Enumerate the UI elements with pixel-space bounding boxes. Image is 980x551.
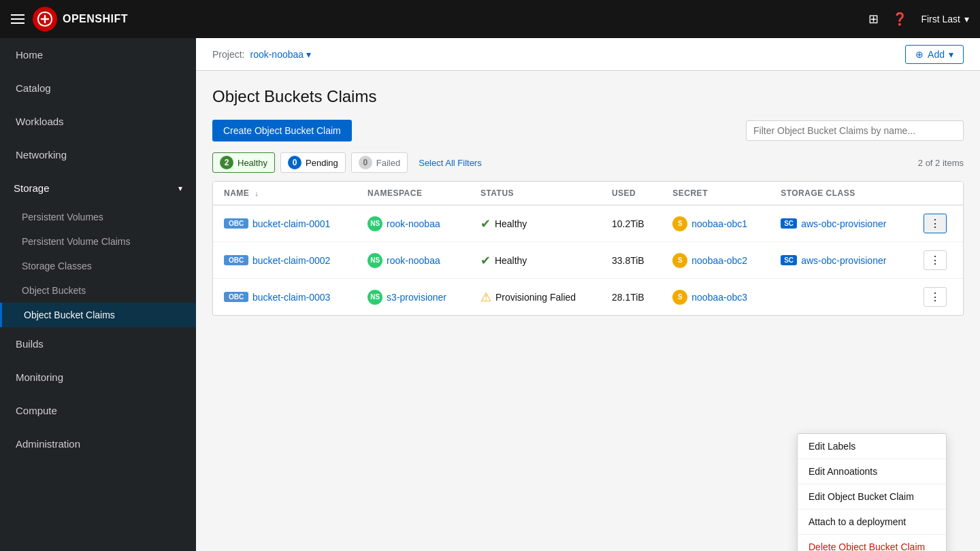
namespace-link[interactable]: s3-provisioner [387, 292, 446, 303]
sidebar-item-compute[interactable]: Compute [0, 394, 196, 427]
kebab-button[interactable]: ⋮ [924, 287, 947, 307]
toolbar-row: Create Object Bucket Claim [212, 120, 964, 141]
sidebar-item-storage-classes[interactable]: Storage Classes [0, 254, 196, 278]
pending-label: Pending [306, 158, 338, 168]
secret-link[interactable]: noobaa-obc1 [691, 218, 747, 229]
table-row: OBC bucket-claim-0003 NS s3-provisioner … [213, 279, 963, 316]
main-content: Project: rook-noobaa ▾ ⊕ Add ▾ Object Bu… [196, 38, 980, 551]
cell-name: OBC bucket-claim-0003 [213, 279, 357, 316]
cell-status: ✔ Healthy [470, 242, 601, 279]
chevron-down-icon: ▾ [178, 184, 182, 193]
sidebar-item-home[interactable]: Home [0, 38, 196, 71]
namespace-link[interactable]: rook-noobaa [387, 218, 440, 229]
menu-edit-labels[interactable]: Edit Labels [798, 434, 946, 459]
ns-badge: NS [368, 290, 382, 305]
grid-icon[interactable]: ⊞ [868, 12, 879, 27]
sidebar-item-persistent-volumes[interactable]: Persistent Volumes [0, 205, 196, 229]
kebab-button[interactable]: ⋮ [924, 250, 947, 270]
sidebar-item-label: Home [16, 49, 43, 61]
cell-storage-class [770, 279, 913, 316]
filter-input[interactable] [746, 120, 964, 141]
cell-name: OBC bucket-claim-0002 [213, 242, 357, 279]
menu-edit-annotations[interactable]: Edit Annoationts [798, 459, 946, 484]
healthy-filter-chip[interactable]: 2 Healthy [212, 152, 275, 173]
menu-edit-obc[interactable]: Edit Object Bucket Claim [798, 484, 946, 510]
sidebar-item-administration[interactable]: Administration [0, 427, 196, 461]
pending-filter-chip[interactable]: 0 Pending [280, 152, 346, 173]
user-name: First Last [921, 14, 960, 24]
healthy-count: 2 [220, 156, 233, 169]
kebab-button[interactable]: ⋮ [924, 214, 947, 233]
hamburger-menu[interactable] [11, 14, 24, 24]
project-selector: Project: rook-noobaa ▾ [212, 49, 311, 60]
menu-attach-deployment[interactable]: Attach to a deployment [798, 510, 946, 535]
menu-delete-obc[interactable]: Delete Object Bucket Claim [798, 535, 946, 551]
sidebar-item-builds[interactable]: Builds [0, 327, 196, 361]
claim-name-link[interactable]: bucket-claim-0003 [252, 292, 330, 303]
sidebar-item-label: Catalog [16, 82, 51, 94]
table-row: OBC bucket-claim-0001 NS rook-noobaa ✔ H… [213, 205, 963, 242]
status-text: Healthy [495, 255, 527, 266]
items-count: 2 of 2 items [918, 158, 964, 168]
storage-class-link[interactable]: aws-obc-provisioner [801, 255, 886, 266]
namespace-link[interactable]: rook-noobaa [387, 255, 440, 266]
cell-secret: S noobaa-obc3 [662, 279, 770, 316]
ns-badge: NS [368, 253, 382, 268]
user-dropdown-icon: ▾ [964, 14, 969, 24]
cell-actions: ⋮ [913, 279, 963, 316]
filters-wrapper: 2 Healthy 0 Pending 0 Failed Select All … [212, 152, 913, 173]
storage-submenu: Persistent Volumes Persistent Volume Cla… [0, 205, 196, 327]
cell-used: 10.2TiB [601, 205, 662, 242]
storage-class-link[interactable]: aws-obc-provisioner [801, 218, 886, 229]
failed-label: Failed [376, 158, 400, 168]
obc-badge: OBC [224, 255, 248, 265]
sidebar-item-label: Storage [14, 182, 50, 194]
sidebar-item-persistent-volume-claims[interactable]: Persistent Volume Claims [0, 229, 196, 254]
sidebar-item-label: Administration [16, 438, 80, 450]
cell-secret: S noobaa-obc1 [662, 205, 770, 242]
obc-badge: OBC [224, 292, 248, 302]
claim-name-link[interactable]: bucket-claim-0002 [252, 255, 330, 266]
sc-badge: SC [781, 255, 797, 265]
project-bar: Project: rook-noobaa ▾ ⊕ Add ▾ [196, 38, 980, 71]
project-dropdown-icon: ▾ [306, 49, 311, 60]
failed-filter-chip[interactable]: 0 Failed [351, 152, 408, 173]
table-row: OBC bucket-claim-0002 NS rook-noobaa ✔ H… [213, 242, 963, 279]
sidebar-item-monitoring[interactable]: Monitoring [0, 361, 196, 394]
sidebar-item-label: Workloads [16, 116, 64, 127]
s-badge: S [672, 216, 687, 231]
filter-row: 2 Healthy 0 Pending 0 Failed Select All … [212, 152, 964, 173]
sc-badge: SC [781, 218, 797, 229]
obc-badge: OBC [224, 218, 248, 229]
healthy-label: Healthy [238, 158, 267, 168]
sidebar-item-catalog[interactable]: Catalog [0, 71, 196, 105]
help-icon[interactable]: ❓ [892, 12, 907, 27]
secret-link[interactable]: noobaa-obc3 [691, 292, 747, 303]
s-badge: S [672, 253, 687, 268]
sort-icon: ↓ [255, 189, 259, 197]
project-dropdown[interactable]: rook-noobaa ▾ [250, 49, 311, 60]
cell-storage-class: SCaws-obc-provisioner [770, 205, 913, 242]
sidebar-item-networking[interactable]: Networking [0, 138, 196, 171]
cell-used: 28.1TiB [601, 279, 662, 316]
sidebar-item-workloads[interactable]: Workloads [0, 105, 196, 138]
user-menu[interactable]: First Last ▾ [921, 14, 969, 24]
sidebar-item-object-bucket-claims[interactable]: Object Bucket Claims [0, 303, 196, 327]
select-all-filters[interactable]: Select All Filters [413, 155, 487, 171]
claim-name-link[interactable]: bucket-claim-0001 [252, 218, 330, 229]
cell-secret: S noobaa-obc2 [662, 242, 770, 279]
status-healthy-icon: ✔ [480, 216, 491, 231]
secret-link[interactable]: noobaa-obc2 [691, 255, 747, 266]
sidebar-item-label: Builds [16, 338, 44, 350]
create-object-bucket-claim-button[interactable]: Create Object Bucket Claim [212, 120, 352, 141]
col-name[interactable]: NAME ↓ [213, 182, 357, 205]
pending-count: 0 [288, 156, 301, 169]
table-body: OBC bucket-claim-0001 NS rook-noobaa ✔ H… [213, 205, 963, 316]
col-namespace: NAMESPACE [357, 182, 470, 205]
plus-icon: ⊕ [915, 49, 924, 60]
sidebar-item-object-buckets[interactable]: Object Buckets [0, 278, 196, 303]
add-button[interactable]: ⊕ Add ▾ [905, 45, 964, 64]
sidebar-item-storage[interactable]: Storage ▾ [0, 171, 196, 205]
col-actions [913, 182, 963, 205]
cell-storage-class: SCaws-obc-provisioner [770, 242, 913, 279]
